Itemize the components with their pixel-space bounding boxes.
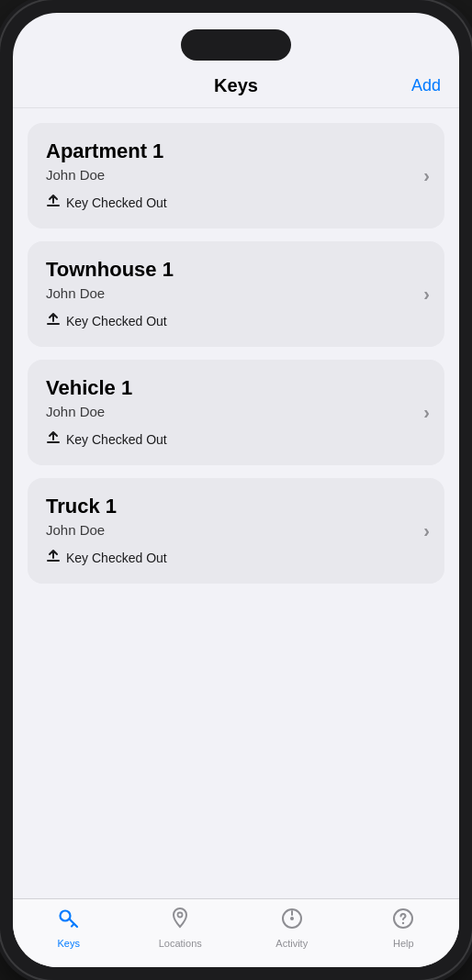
- chevron-icon-2: ›: [423, 284, 430, 305]
- tab-help-label: Help: [393, 938, 414, 949]
- chevron-icon-1: ›: [423, 165, 430, 186]
- key-card-1[interactable]: Apartment 1 John Doe Key Checked Out ›: [28, 123, 444, 228]
- chevron-icon-3: ›: [423, 402, 430, 423]
- key-status-text-3: Key Checked Out: [66, 432, 167, 447]
- add-button[interactable]: Add: [404, 76, 441, 95]
- key-card-3-info: Vehicle 1 John Doe Key Checked Out: [46, 376, 412, 449]
- key-name-2: Townhouse 1: [46, 258, 412, 282]
- key-card-4[interactable]: Truck 1 John Doe Key Checked Out ›: [28, 478, 444, 584]
- key-card-3[interactable]: Vehicle 1 John Doe Key Checked Out ›: [28, 360, 444, 465]
- tab-help[interactable]: Help: [348, 907, 460, 949]
- dynamic-island: [181, 29, 291, 61]
- key-card-1-info: Apartment 1 John Doe Key Checked Out: [46, 139, 412, 212]
- phone-frame: Keys Add Apartment 1 John Doe: [0, 0, 472, 980]
- svg-rect-0: [47, 205, 60, 206]
- keys-icon: [57, 907, 81, 934]
- key-name-4: Truck 1: [46, 495, 412, 518]
- key-card-2-info: Townhouse 1 John Doe Key Checked Out: [46, 258, 412, 330]
- key-name-3: Vehicle 1: [46, 376, 412, 400]
- tab-activity-label: Activity: [275, 938, 308, 949]
- key-status-2: Key Checked Out: [46, 312, 412, 330]
- key-status-text-2: Key Checked Out: [66, 314, 167, 329]
- nav-header: Keys Add: [13, 68, 459, 108]
- content-area: Apartment 1 John Doe Key Checked Out ›: [13, 108, 459, 898]
- svg-point-7: [290, 917, 294, 920]
- tab-locations-label: Locations: [159, 938, 202, 949]
- chevron-icon-4: ›: [423, 520, 430, 541]
- key-status-4: Key Checked Out: [46, 549, 412, 567]
- page-title: Keys: [68, 75, 404, 96]
- key-card-2[interactable]: Townhouse 1 John Doe Key Checked Out ›: [28, 241, 444, 347]
- checkout-icon-2: [46, 312, 61, 330]
- tab-locations[interactable]: Locations: [125, 907, 237, 949]
- svg-point-10: [402, 922, 404, 924]
- checkout-icon-1: [46, 194, 61, 212]
- svg-point-5: [178, 913, 183, 918]
- checkout-icon-4: [46, 549, 61, 567]
- key-status-3: Key Checked Out: [46, 430, 412, 449]
- tab-bar: Keys Locations: [13, 898, 459, 967]
- tab-keys-label: Keys: [58, 938, 80, 949]
- key-status-1: Key Checked Out: [46, 194, 412, 212]
- locations-icon: [169, 907, 191, 934]
- key-status-text-4: Key Checked Out: [66, 551, 167, 565]
- checkout-icon-3: [46, 430, 61, 449]
- svg-rect-1: [47, 323, 60, 325]
- tab-keys[interactable]: Keys: [13, 907, 125, 949]
- key-owner-3: John Doe: [46, 404, 412, 419]
- tab-activity[interactable]: Activity: [236, 907, 348, 949]
- key-card-4-info: Truck 1 John Doe Key Checked Out: [46, 495, 412, 567]
- help-icon: [391, 907, 415, 934]
- key-owner-1: John Doe: [46, 167, 412, 183]
- key-owner-4: John Doe: [46, 522, 412, 538]
- key-owner-2: John Doe: [46, 285, 412, 301]
- svg-rect-2: [47, 441, 60, 443]
- svg-rect-3: [47, 560, 60, 562]
- key-status-text-1: Key Checked Out: [66, 195, 167, 210]
- key-name-1: Apartment 1: [46, 139, 412, 163]
- activity-icon: [280, 907, 304, 934]
- phone-screen: Keys Add Apartment 1 John Doe: [13, 13, 459, 967]
